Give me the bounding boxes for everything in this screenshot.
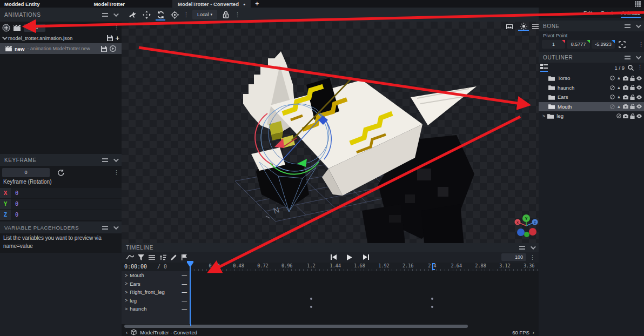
3d-viewport[interactable]: N (122, 22, 539, 243)
camera-icon[interactable] (623, 76, 628, 80)
visibility-eye-icon[interactable] (636, 95, 642, 99)
keyframe-y-row[interactable]: Y 0 (0, 199, 122, 209)
collapse-panel-icon[interactable] (531, 244, 536, 250)
animate-toggle-icon[interactable] (609, 76, 615, 80)
keyframe-z-row[interactable]: Z 0 (0, 210, 122, 220)
outliner-item-haunch[interactable]: haunch ▲ (539, 83, 644, 93)
keyframe-dot[interactable] (310, 298, 312, 300)
panel-menu-icon[interactable] (625, 56, 630, 59)
remove-channel-button[interactable]: — (182, 298, 187, 304)
pose-tool-icon[interactable] (127, 9, 138, 20)
timeline-scrollbar[interactable] (122, 324, 539, 328)
save-file-icon[interactable] (107, 35, 113, 41)
expand-chevron[interactable]: > (542, 113, 545, 119)
animate-toggle-icon[interactable] (609, 95, 615, 99)
toolbar-menu-icon[interactable]: ⋮ (183, 12, 189, 18)
visibility-eye-icon[interactable] (636, 85, 642, 90)
collapse-panel-icon[interactable] (113, 11, 119, 17)
panel-menu-icon[interactable] (102, 226, 108, 230)
panel-menu-icon[interactable] (102, 13, 108, 17)
keyframe-time-input[interactable]: 0 (2, 168, 50, 177)
animate-toggle-icon[interactable] (609, 104, 615, 109)
expand-chevron[interactable]: > (125, 306, 128, 312)
lines-menu-icon[interactable] (146, 252, 157, 263)
nav-back-chevron[interactable]: ‹ (126, 330, 128, 335)
transform-space-dropdown[interactable]: Local ▾ (192, 10, 217, 19)
animation-item-new[interactable]: new - animation.ModelTrotter.new (0, 43, 122, 54)
playhead-marker[interactable] (187, 263, 193, 267)
channel-leg[interactable]: > leg — (122, 297, 190, 305)
camera-icon[interactable] (623, 104, 628, 109)
outliner-item-mouth[interactable]: Mouth ▲ (539, 102, 644, 112)
remove-channel-button[interactable]: — (182, 272, 187, 278)
remove-channel-button[interactable]: — (182, 281, 187, 287)
add-animation-to-file-button[interactable]: + (115, 34, 119, 42)
app-grid-icon[interactable] (635, 1, 641, 7)
pencil-icon[interactable] (168, 252, 179, 263)
camera-icon[interactable] (623, 114, 628, 118)
graph-editor-icon[interactable] (125, 252, 136, 263)
timeline-zoom-input[interactable]: 100 (501, 253, 526, 261)
timeline-track[interactable] (190, 271, 539, 324)
visibility-eye-icon[interactable] (636, 104, 642, 109)
expand-chevron[interactable]: > (125, 298, 128, 303)
pivot-tool-icon[interactable] (169, 9, 180, 20)
pivot-y-input[interactable]: 8.5777 (567, 40, 590, 49)
timeline-menu-icon[interactable]: ⋮ (529, 254, 535, 260)
hierarchy-view-icon[interactable] (540, 64, 548, 72)
move-tool-icon[interactable] (141, 9, 152, 20)
add-animation-icon[interactable] (2, 24, 10, 32)
lock-motion-trail-icon[interactable] (220, 9, 231, 20)
animation-length-input[interactable]: 2.4 (24, 24, 45, 32)
row-menu-icon[interactable]: ⋮ (113, 170, 119, 176)
keyframe-dot[interactable] (310, 306, 312, 308)
collapse-panel-icon[interactable] (636, 23, 641, 28)
filter-icon[interactable] (136, 252, 146, 263)
pyramid-icon[interactable]: ▲ (616, 104, 622, 109)
pyramid-icon[interactable]: ▲ (616, 85, 622, 90)
channel-mouth[interactable]: > Mouth — (122, 271, 190, 280)
row-menu-icon[interactable]: ⋮ (113, 25, 119, 31)
search-icon[interactable] (628, 65, 634, 71)
unlock-icon[interactable] (630, 85, 635, 90)
pivot-x-input[interactable]: 1 (542, 40, 565, 49)
z-axis-value[interactable]: 0 (11, 212, 18, 218)
expand-chevron[interactable]: > (125, 290, 128, 295)
keyframe-dot[interactable] (431, 306, 433, 308)
row-menu-icon[interactable]: ⋮ (638, 42, 644, 48)
unlock-icon[interactable] (630, 113, 635, 119)
visibility-eye-icon[interactable] (636, 76, 642, 80)
toolbar-menu-icon[interactable]: ⋮ (234, 12, 240, 18)
jump-to-end-icon[interactable] (360, 252, 371, 263)
panel-menu-icon[interactable] (625, 24, 630, 28)
status-model-title[interactable]: ModelTrotter - Converted (140, 330, 197, 335)
remove-channel-button[interactable]: — (182, 289, 187, 295)
channel-ears[interactable]: > Ears — (122, 280, 190, 288)
pyramid-icon[interactable]: ▲ (616, 76, 622, 80)
tab-paint[interactable]: Paint (600, 9, 613, 17)
tab-modeltrotter-converted[interactable]: ModelTrotter - Converted ● (172, 0, 251, 8)
visibility-eye-icon[interactable] (636, 114, 642, 118)
channel-haunch[interactable]: > haunch — (122, 305, 190, 313)
expand-chevron[interactable]: > (125, 281, 128, 286)
unlock-icon[interactable] (630, 76, 635, 81)
sort-channels-icon[interactable] (157, 252, 168, 263)
unlock-icon[interactable] (630, 95, 635, 100)
unlock-icon[interactable] (630, 104, 635, 109)
timeline-ruler[interactable]: 0:00:00 / 0 0.240.480.720.961.21.441.681… (122, 263, 539, 271)
tab-animate[interactable]: Animate (621, 9, 641, 17)
outliner-item-torso[interactable]: Torso ▲ (539, 73, 644, 83)
outliner-item-ears[interactable]: Ears ▲ (539, 92, 644, 102)
new-tab-button[interactable]: + (255, 0, 259, 8)
y-axis-value[interactable]: 0 (11, 201, 18, 207)
shading-sun-icon[interactable] (518, 22, 529, 31)
screenshot-icon[interactable] (504, 23, 515, 30)
rotate-tool-icon[interactable] (155, 9, 166, 20)
pyramid-icon[interactable]: ▲ (616, 95, 622, 99)
x-axis-value[interactable]: 0 (11, 190, 18, 196)
reset-keyframe-icon[interactable] (57, 169, 64, 176)
variables-textarea[interactable] (0, 253, 122, 336)
model-3d-trotter[interactable]: N (227, 32, 486, 248)
panel-menu-icon[interactable] (102, 158, 108, 162)
collapse-panel-icon[interactable] (113, 224, 119, 230)
